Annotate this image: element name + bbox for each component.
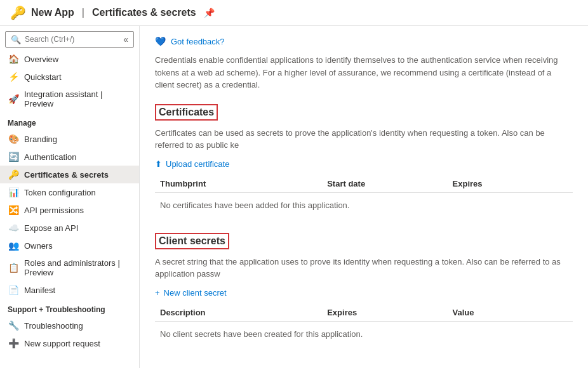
api-icon: 🔀 — [8, 205, 19, 215]
sidebar-item-label: Authentication — [24, 152, 76, 162]
sidebar-item-troubleshooting[interactable]: 🔧 Troubleshooting — [0, 317, 139, 334]
expose-api-icon: ☁️ — [8, 223, 19, 233]
sidebar-item-label: New support request — [24, 339, 100, 348]
client-secrets-empty-message: No client secrets have been created for … — [155, 321, 573, 346]
upload-icon: ⬆ — [155, 159, 162, 169]
certificates-icon: 🔑 — [8, 169, 19, 180]
sidebar-item-label: Integration assistant | Preview — [24, 89, 131, 108]
sidebar-item-owners[interactable]: 👥 Owners — [0, 237, 139, 254]
branding-icon: 🎨 — [8, 134, 19, 144]
sidebar-item-branding[interactable]: 🎨 Branding — [0, 130, 139, 148]
certificates-empty-row: No certificates have been added for this… — [155, 192, 573, 218]
upload-label: Upload certificate — [166, 159, 229, 169]
troubleshooting-icon: 🔧 — [8, 320, 19, 331]
sidebar-item-manifest[interactable]: 📄 Manifest — [0, 281, 139, 299]
sidebar-item-new-support[interactable]: ➕ New support request — [0, 334, 139, 352]
token-icon: 📊 — [8, 187, 19, 197]
search-box[interactable]: 🔍 « — [5, 31, 134, 48]
integration-icon: 🚀 — [8, 94, 19, 104]
sidebar-item-label: Quickstart — [24, 72, 62, 82]
sidebar-item-label: API permissions — [24, 206, 84, 215]
search-input[interactable] — [25, 35, 119, 44]
support-section-title: Support + Troubleshooting — [0, 299, 139, 317]
feedback-text[interactable]: Got feedback? — [171, 37, 225, 46]
sidebar-item-integration[interactable]: 🚀 Integration assistant | Preview — [0, 86, 139, 112]
certificates-table: Thumbprint Start date Expires No certifi… — [155, 175, 573, 218]
certificates-section: Certificates Certificates can be used as… — [155, 104, 573, 218]
col-thumbprint: Thumbprint — [155, 175, 322, 193]
client-secrets-section: Client secrets A secret string that the … — [155, 233, 573, 346]
sidebar-item-authentication[interactable]: 🔄 Authentication — [0, 148, 139, 166]
sidebar-item-label: Token configuration — [24, 188, 96, 197]
certificates-desc: Certificates can be used as secrets to p… — [155, 127, 573, 152]
client-secrets-desc: A secret string that the application use… — [155, 256, 573, 280]
intro-text: Credentials enable confidential applicat… — [155, 54, 573, 91]
client-secrets-table: Description Expires Value No client secr… — [155, 304, 573, 346]
new-support-icon: ➕ — [8, 338, 19, 348]
collapse-icon[interactable]: « — [123, 34, 128, 44]
sidebar-item-label: Owners — [24, 241, 53, 251]
client-secrets-title: Client secrets — [155, 233, 229, 249]
sidebar-item-certificates[interactable]: 🔑 Certificates & secrets — [0, 166, 139, 183]
sidebar-item-label: Branding — [24, 135, 57, 144]
new-secret-label: New client secret — [164, 288, 227, 298]
sidebar-item-label: Troubleshooting — [24, 321, 83, 331]
sidebar-item-api-permissions[interactable]: 🔀 API permissions — [0, 201, 139, 219]
col-expires: Expires — [448, 175, 573, 193]
sidebar-item-label: Manifest — [24, 286, 55, 295]
col-startdate: Start date — [322, 175, 447, 193]
pin-icon[interactable]: 📌 — [204, 8, 215, 18]
sidebar-item-label: Certificates & secrets — [24, 170, 109, 180]
sidebar-item-label: Overview — [24, 55, 58, 64]
sidebar: 🔍 « 🏠 Overview ⚡ Quickstart 🚀 Integratio… — [0, 26, 140, 368]
authentication-icon: 🔄 — [8, 152, 19, 162]
feedback-bar[interactable]: 💙 Got feedback? — [155, 36, 573, 46]
header: 🔑 New App | Certificates & secrets 📌 — [0, 0, 588, 26]
sidebar-item-roles[interactable]: 📋 Roles and administrators | Preview — [0, 254, 139, 281]
page-title: Certificates & secrets — [92, 7, 196, 18]
sidebar-item-label: Expose an API — [24, 223, 78, 233]
sidebar-item-expose-api[interactable]: ☁️ Expose an API — [0, 219, 139, 237]
main-layout: 🔍 « 🏠 Overview ⚡ Quickstart 🚀 Integratio… — [0, 26, 588, 368]
sidebar-item-quickstart[interactable]: ⚡ Quickstart — [0, 68, 139, 86]
col-value: Value — [448, 304, 573, 322]
certificates-title: Certificates — [155, 104, 218, 121]
manifest-icon: 📄 — [8, 285, 19, 295]
certificates-empty-message: No certificates have been added for this… — [155, 192, 573, 218]
sidebar-item-overview[interactable]: 🏠 Overview — [0, 50, 139, 68]
search-icon: 🔍 — [11, 35, 21, 44]
new-client-secret-button[interactable]: + New client secret — [155, 288, 227, 298]
quickstart-icon: ⚡ — [8, 72, 19, 82]
manage-section-title: Manage — [0, 112, 139, 130]
col-exp: Expires — [322, 304, 447, 322]
upload-certificate-button[interactable]: ⬆ Upload certificate — [155, 159, 229, 169]
overview-icon: 🏠 — [8, 54, 19, 64]
client-secrets-empty-row: No client secrets have been created for … — [155, 321, 573, 346]
new-secret-icon: + — [155, 288, 160, 298]
header-separator: | — [82, 7, 84, 18]
sidebar-item-token-config[interactable]: 📊 Token configuration — [0, 183, 139, 201]
col-description: Description — [155, 304, 322, 322]
app-name: New App — [31, 7, 74, 18]
sidebar-item-label: Roles and administrators | Preview — [24, 258, 131, 277]
heart-icon: 💙 — [155, 36, 166, 46]
owners-icon: 👥 — [8, 240, 19, 251]
app-icon: 🔑 — [10, 5, 26, 20]
content-area: 💙 Got feedback? Credentials enable confi… — [140, 26, 588, 368]
roles-icon: 📋 — [8, 263, 19, 273]
